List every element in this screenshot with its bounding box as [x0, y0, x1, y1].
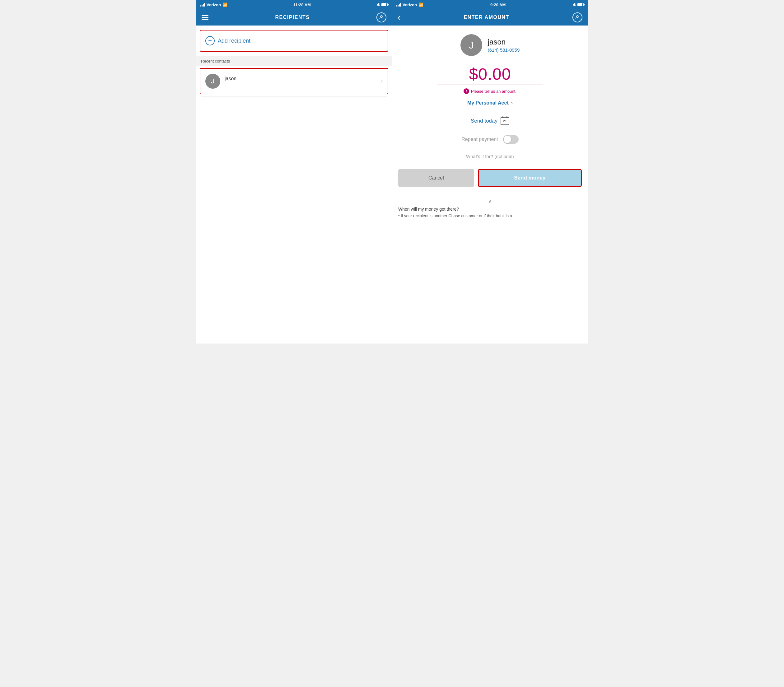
- calendar-day: 21: [503, 119, 507, 123]
- signal-icon-2: [396, 3, 401, 7]
- account-name: My Personal Acct: [467, 100, 509, 106]
- divider-1: [201, 96, 387, 97]
- screen-recipients: Verizon 📶 11:28 AM ✱ RECIPIENTS: [196, 0, 392, 344]
- hamburger-line-2: [202, 17, 209, 18]
- account-selector[interactable]: My Personal Acct ›: [392, 96, 588, 110]
- nav-bar-1: RECIPIENTS: [196, 9, 392, 26]
- expand-collapse-button[interactable]: ∧: [398, 196, 582, 207]
- svg-point-0: [380, 16, 382, 17]
- bluetooth-icon-1: ✱: [376, 2, 380, 7]
- account-chevron-icon: ›: [511, 100, 513, 106]
- contact-initial-jason: J: [211, 77, 215, 85]
- repeat-payment-row: Repeat payment: [392, 128, 588, 147]
- whats-for-label: What's it for? (optional): [466, 154, 514, 159]
- recent-contacts-label-text: Recent contacts: [201, 59, 230, 64]
- hamburger-menu-button[interactable]: [202, 15, 209, 20]
- error-message: ! Please tell us an amount.: [463, 88, 516, 94]
- hamburger-line-3: [202, 19, 209, 20]
- nav-title-2: ENTER AMOUNT: [464, 15, 509, 20]
- status-bar-1: Verizon 📶 11:28 AM ✱: [196, 0, 392, 9]
- battery-fill-2: [578, 3, 582, 6]
- contact-info-jason: jason .: [225, 76, 381, 87]
- carrier-1: Verizon: [207, 2, 221, 7]
- plus-icon: +: [208, 37, 212, 44]
- nav-title-1: RECIPIENTS: [275, 15, 309, 20]
- repeat-payment-label: Repeat payment: [461, 136, 498, 142]
- add-recipient-label: Add recipient: [218, 38, 250, 44]
- chevron-up-icon: ∧: [488, 198, 492, 205]
- carrier-2: Verizon: [403, 2, 417, 7]
- contact-row-jason[interactable]: J jason . ›: [200, 68, 388, 94]
- recipient-section: J jason (614) 581-0959: [392, 26, 588, 62]
- profile-button-1[interactable]: [376, 12, 386, 22]
- profile-svg-2: [575, 15, 580, 20]
- amount-underline: [437, 85, 543, 85]
- profile-button-2[interactable]: [572, 12, 582, 22]
- back-button[interactable]: ‹: [398, 12, 400, 22]
- recipient-phone: (614) 581-0959: [488, 47, 520, 53]
- toggle-knob: [504, 136, 511, 143]
- status-bar-2: Verizon 📶 9:20 AM ✱: [392, 0, 588, 9]
- profile-svg-1: [379, 15, 384, 20]
- contact-sub-jason: .: [225, 82, 381, 87]
- error-text: Please tell us an amount.: [471, 89, 516, 94]
- bottom-info-text: • If your recipient is another Chase cus…: [398, 213, 582, 219]
- error-icon: !: [463, 88, 469, 94]
- battery-fill-1: [382, 3, 386, 6]
- amount-display[interactable]: $0.00: [469, 65, 511, 84]
- recipient-name: jason: [488, 38, 520, 46]
- status-left-1: Verizon 📶: [201, 2, 227, 7]
- contact-name-jason: jason: [225, 76, 381, 82]
- wifi-icon-2: 📶: [418, 2, 423, 7]
- battery-icon-2: [577, 3, 583, 6]
- status-left-2: Verizon 📶: [396, 2, 423, 7]
- bluetooth-icon-2: ✱: [572, 2, 576, 7]
- back-chevron-icon: ‹: [398, 12, 400, 22]
- time-1: 11:28 AM: [293, 2, 311, 7]
- signal-icon: [201, 3, 205, 7]
- bottom-info-title: When will my money get there?: [398, 207, 582, 212]
- wifi-icon: 📶: [222, 2, 227, 7]
- action-buttons: Cancel Send money: [392, 164, 588, 192]
- send-today-label: Send today: [471, 118, 498, 124]
- repeat-payment-toggle[interactable]: [503, 135, 519, 144]
- screen-enter-amount: Verizon 📶 9:20 AM ✱ ‹ ENTER AMOUNT: [392, 0, 588, 344]
- status-right-2: ✱: [572, 2, 583, 7]
- hamburger-line-1: [202, 15, 209, 16]
- bottom-info-section: ∧ When will my money get there? • If you…: [392, 192, 588, 224]
- add-circle-icon: +: [205, 36, 215, 45]
- recipient-initial: J: [469, 39, 474, 51]
- add-recipient-button[interactable]: + Add recipient: [200, 30, 388, 52]
- contact-chevron-jason: ›: [381, 79, 383, 84]
- contact-avatar-jason: J: [205, 74, 220, 89]
- status-right-1: ✱: [376, 2, 388, 7]
- send-money-button[interactable]: Send money: [478, 169, 582, 187]
- cancel-button[interactable]: Cancel: [398, 169, 474, 187]
- send-today-row[interactable]: Send today 21: [392, 110, 588, 128]
- svg-point-1: [577, 16, 579, 17]
- calendar-icon: 21: [501, 117, 509, 125]
- battery-icon-1: [381, 3, 388, 6]
- amount-section: $0.00 ! Please tell us an amount.: [392, 62, 588, 96]
- recent-contacts-header: Recent contacts: [196, 56, 392, 66]
- time-2: 9:20 AM: [490, 2, 506, 7]
- nav-bar-2: ‹ ENTER AMOUNT: [392, 9, 588, 26]
- recipient-avatar: J: [460, 34, 482, 56]
- whats-for-row: What's it for? (optional): [392, 147, 588, 162]
- recipient-details: jason (614) 581-0959: [488, 38, 520, 53]
